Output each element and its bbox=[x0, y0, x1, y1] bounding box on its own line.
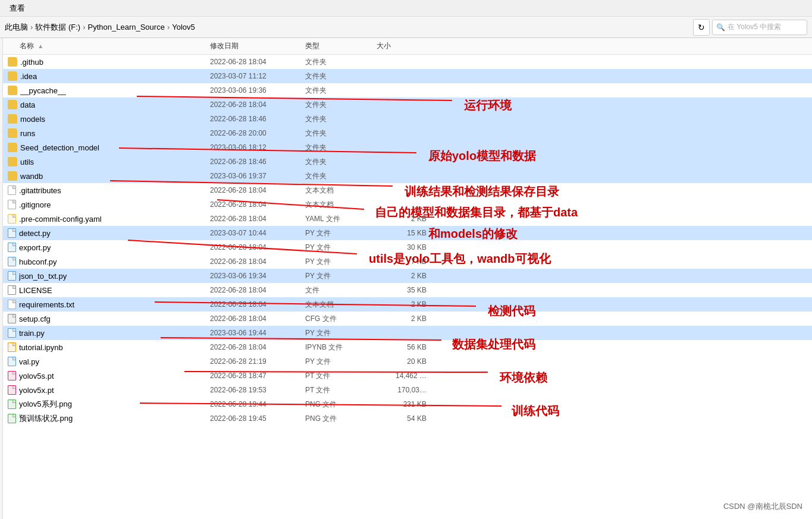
file-name: yolov5x.pt bbox=[19, 386, 54, 395]
folder-icon bbox=[8, 100, 17, 109]
cell-name: tutorial.ipynb bbox=[8, 342, 210, 352]
folder-icon bbox=[8, 57, 17, 67]
menu-item-view[interactable]: 查看 bbox=[5, 3, 30, 14]
cell-size: 14,462 … bbox=[377, 372, 436, 380]
file-icon bbox=[8, 414, 16, 423]
file-icon bbox=[8, 257, 16, 266]
table-row[interactable]: tutorial.ipynb2022-06-28 18:04IPYNB 文件56… bbox=[3, 340, 812, 354]
table-row[interactable]: train.py2023-03-06 19:44PY 文件 bbox=[3, 326, 812, 340]
cell-type: 文件夹 bbox=[305, 86, 377, 96]
file-name: .github bbox=[20, 58, 43, 67]
table-row[interactable]: yolov5x.pt2022-06-28 19:53PT 文件170,03… bbox=[3, 383, 812, 397]
table-row[interactable]: wandb2023-03-06 19:37文件夹 bbox=[3, 169, 812, 183]
breadcrumb-drive[interactable]: 软件数据 (F:) bbox=[35, 22, 80, 33]
table-row[interactable]: hubconf.py2022-06-28 18:04PY 文件7 KB bbox=[3, 254, 812, 269]
cell-type: CFG 文件 bbox=[305, 314, 377, 324]
cell-name: val.py bbox=[8, 357, 210, 366]
table-row[interactable]: 预训练状况.png2022-06-28 19:45PNG 文件54 KB bbox=[3, 411, 812, 426]
table-row[interactable]: .pre-commit-config.yaml2022-06-28 18:04Y… bbox=[3, 212, 812, 226]
cell-type: PY 文件 bbox=[305, 271, 377, 281]
table-row[interactable]: .gitignore2022-06-28 18:04文本文档 bbox=[3, 197, 812, 212]
cell-size: 231 KB bbox=[377, 400, 436, 408]
breadcrumb-yolov5[interactable]: Yolov5 bbox=[172, 23, 195, 32]
file-name: tutorial.ipynb bbox=[19, 343, 63, 352]
column-headers: 名称 ▲ 修改日期 类型 大小 bbox=[3, 38, 812, 55]
cell-date: 2022-06-28 19:44 bbox=[210, 400, 305, 408]
cell-name: yolov5系列.png bbox=[8, 399, 210, 410]
search-box[interactable]: 🔍 在 Yolov5 中搜索 bbox=[712, 20, 807, 35]
table-row[interactable]: models2022-06-28 18:46文件夹 bbox=[3, 112, 812, 126]
file-name: .gitignore bbox=[19, 200, 51, 209]
cell-size: 170,03… bbox=[377, 386, 436, 394]
cell-date: 2022-06-28 18:04 bbox=[210, 286, 305, 294]
file-icon bbox=[8, 385, 16, 395]
table-row[interactable]: data2022-06-28 18:04文件夹 bbox=[3, 97, 812, 112]
table-row[interactable]: json_to_txt.py2023-03-06 19:34PY 文件2 KB bbox=[3, 269, 812, 283]
col-header-type[interactable]: 类型 bbox=[305, 41, 377, 51]
file-icon bbox=[8, 271, 16, 281]
cell-size: 30 KB bbox=[377, 243, 436, 251]
cell-type: 文件夹 bbox=[305, 143, 377, 153]
cell-name: 预训练状况.png bbox=[8, 413, 210, 424]
cell-type: IPYNB 文件 bbox=[305, 342, 377, 353]
file-name: train.py bbox=[19, 329, 45, 338]
cell-name: yolov5x.pt bbox=[8, 385, 210, 395]
cell-date: 2022-06-28 18:46 bbox=[210, 158, 305, 166]
table-row[interactable]: export.py2022-06-28 18:04PY 文件30 KB bbox=[3, 240, 812, 254]
table-row[interactable]: requirements.txt2022-06-28 18:04文本文档2 KB bbox=[3, 297, 812, 312]
table-row[interactable]: val.py2022-06-28 21:19PY 文件20 KB bbox=[3, 354, 812, 369]
cell-type: PY 文件 bbox=[305, 257, 377, 267]
file-name: requirements.txt bbox=[19, 300, 74, 309]
file-name: data bbox=[20, 100, 35, 109]
cell-type: 文件夹 bbox=[305, 128, 377, 139]
cell-date: 2022-06-28 18:46 bbox=[210, 115, 305, 123]
cell-date: 2022-06-28 18:04 bbox=[210, 58, 305, 66]
cell-date: 2022-06-28 18:04 bbox=[210, 100, 305, 109]
table-row[interactable]: detect.py2023-03-07 10:44PY 文件15 KB bbox=[3, 226, 812, 240]
breadcrumb-thispc[interactable]: 此电脑 bbox=[5, 22, 28, 33]
file-name: wandb bbox=[20, 172, 43, 181]
col-header-date[interactable]: 修改日期 bbox=[210, 41, 305, 51]
col-header-name[interactable]: 名称 ▲ bbox=[8, 41, 210, 51]
breadcrumb-source[interactable]: Python_Learn_Source bbox=[88, 23, 165, 32]
cell-size: 35 KB bbox=[377, 286, 436, 294]
cell-size: 1 KB bbox=[377, 186, 436, 194]
cell-name: train.py bbox=[8, 328, 210, 338]
cell-type: 文件夹 bbox=[305, 114, 377, 124]
cell-date: 2022-06-28 18:04 bbox=[210, 200, 305, 209]
folder-icon bbox=[8, 114, 17, 124]
cell-name: .github bbox=[8, 57, 210, 67]
file-icon bbox=[8, 357, 16, 366]
table-row[interactable]: yolov5系列.png2022-06-28 19:44PNG 文件231 KB bbox=[3, 397, 812, 411]
table-row[interactable]: .idea2023-03-07 11:12文件夹 bbox=[3, 69, 812, 83]
file-icon bbox=[8, 185, 16, 195]
cell-name: json_to_txt.py bbox=[8, 271, 210, 281]
cell-name: export.py bbox=[8, 243, 210, 252]
table-row[interactable]: __pycache__2023-03-06 19:36文件夹 bbox=[3, 83, 812, 97]
cell-name: .gitattributes bbox=[8, 185, 210, 195]
cell-date: 2023-03-07 10:44 bbox=[210, 229, 305, 237]
sort-arrow: ▲ bbox=[37, 43, 43, 49]
cell-date: 2022-06-28 19:53 bbox=[210, 386, 305, 394]
col-header-size[interactable]: 大小 bbox=[377, 41, 436, 51]
cell-type: 文本文档 bbox=[305, 300, 377, 310]
file-name: setup.cfg bbox=[19, 314, 51, 323]
table-row[interactable]: setup.cfg2022-06-28 18:04CFG 文件2 KB bbox=[3, 312, 812, 326]
table-row[interactable]: Seed_detection_model2023-03-06 18:12文件夹 bbox=[3, 140, 812, 155]
cell-date: 2023-03-06 19:34 bbox=[210, 272, 305, 280]
table-row[interactable]: runs2022-06-28 20:00文件夹 bbox=[3, 126, 812, 140]
file-icon bbox=[8, 300, 16, 309]
cell-name: models bbox=[8, 114, 210, 124]
cell-type: 文件夹 bbox=[305, 71, 377, 81]
cell-name: utils bbox=[8, 157, 210, 166]
table-row[interactable]: .gitattributes2022-06-28 18:04文本文档1 KB bbox=[3, 183, 812, 197]
address-bar: 此电脑 › 软件数据 (F:) › Python_Learn_Source › … bbox=[0, 17, 812, 38]
table-row[interactable]: LICENSE2022-06-28 18:04文件35 KB bbox=[3, 283, 812, 297]
folder-icon bbox=[8, 128, 17, 138]
table-row[interactable]: utils2022-06-28 18:46文件夹 bbox=[3, 155, 812, 169]
table-row[interactable]: yolov5s.pt2022-06-28 18:47PT 文件14,462 … bbox=[3, 369, 812, 383]
table-row[interactable]: .github2022-06-28 18:04文件夹 bbox=[3, 55, 812, 69]
file-icon bbox=[8, 314, 16, 323]
cell-type: PY 文件 bbox=[305, 243, 377, 253]
refresh-button[interactable]: ↻ bbox=[693, 19, 710, 36]
